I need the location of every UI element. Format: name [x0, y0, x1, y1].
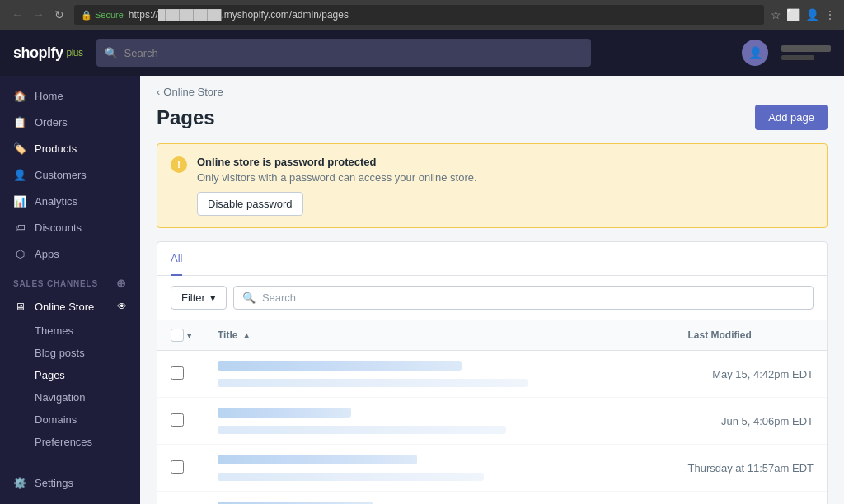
address-bar[interactable]: 🔒 Secure https://█████████.myshopify.com… [74, 5, 764, 25]
row-title-1 [218, 361, 662, 387]
title-bar-2 [218, 408, 351, 418]
table-row: Thursday at 11:57am EDT [157, 445, 827, 492]
settings-icon: ⚙️ [13, 476, 26, 489]
analytics-icon: 📊 [13, 194, 26, 208]
user-info [781, 45, 831, 60]
row-checkbox-1[interactable] [171, 366, 184, 380]
row-title-2 [218, 408, 662, 434]
top-nav: shopifyplus 🔍 👤 [0, 30, 844, 76]
sidebar-item-home-label: Home [35, 90, 63, 102]
table-row: May 15, 4:42pm EDT [157, 351, 827, 398]
sidebar-item-customers[interactable]: 👤 Customers [0, 161, 140, 188]
profile-icon[interactable]: 👤 [805, 8, 819, 21]
browser-actions: ☆ ⬜ 👤 ⋮ [771, 8, 836, 21]
sidebar-item-settings-label: Settings [35, 477, 73, 489]
extensions-icon[interactable]: ⬜ [786, 8, 800, 21]
global-search-bar[interactable]: 🔍 [96, 39, 591, 67]
table-search-icon: 🔍 [242, 292, 256, 304]
discounts-icon: 🏷 [13, 221, 26, 234]
select-all-chevron[interactable]: ▾ [187, 331, 191, 340]
products-icon: 🏷️ [13, 142, 26, 155]
menu-icon[interactable]: ⋮ [824, 8, 836, 21]
sidebar-item-analytics[interactable]: 📊 Analytics [0, 188, 140, 214]
secure-badge: 🔒 Secure [81, 10, 124, 21]
chevron-left-icon: ‹ [157, 86, 160, 98]
sales-channels-header: SALES CHANNELS ⊕ [0, 267, 140, 293]
sidebar-item-customers-label: Customers [35, 169, 87, 181]
page-title: Pages [157, 106, 215, 129]
row-checkbox-3[interactable] [171, 460, 184, 474]
table-search-input[interactable] [262, 292, 804, 304]
breadcrumb-link[interactable]: ‹ Online Store [157, 86, 223, 98]
reload-button[interactable]: ↻ [51, 7, 68, 23]
subtitle-bar-3 [218, 473, 484, 481]
sidebar-sub-blog-posts[interactable]: Blog posts [0, 342, 140, 364]
sidebar-item-home[interactable]: 🏠 Home [0, 82, 140, 109]
home-icon: 🏠 [13, 89, 26, 102]
sidebar-sub-themes[interactable]: Themes [0, 320, 140, 342]
sidebar-item-products[interactable]: 🏷️ Products [0, 135, 140, 161]
sidebar-sub-pages[interactable]: Pages [0, 364, 140, 386]
page-header: Pages Add page [140, 98, 844, 143]
pages-table: ▾ Title ▲ Last Modified [157, 320, 827, 504]
select-all-header: ▾ [157, 320, 204, 351]
chevron-down-icon: ▾ [210, 292, 216, 304]
forward-button[interactable]: → [30, 7, 48, 23]
alert-content: Online store is password protected Only … [197, 156, 477, 216]
sidebar: 🏠 Home 📋 Orders 🏷️ Products 👤 Customers … [0, 76, 140, 504]
url-text: https://█████████.myshopify.com/admin/pa… [129, 9, 349, 21]
sidebar-sub-preferences[interactable]: Preferences [0, 431, 140, 453]
alert-title: Online store is password protected [197, 156, 477, 168]
add-channel-icon[interactable]: ⊕ [116, 277, 127, 290]
main-content: ‹ Online Store Pages Add page ! Online s… [140, 76, 844, 504]
last-modified-4: Friday at 10:48am EDT [675, 492, 827, 505]
browser-bar: ← → ↻ 🔒 Secure https://█████████.myshopi… [0, 0, 844, 30]
alert-text: Only visitors with a password can access… [197, 171, 477, 184]
tabs-row: All [157, 242, 827, 276]
title-bar-3 [218, 455, 417, 464]
row-checkbox-2[interactable] [171, 413, 184, 427]
add-page-button[interactable]: Add page [755, 105, 828, 130]
title-column-header[interactable]: Title ▲ [204, 320, 675, 351]
shopify-logo: shopifyplus [13, 44, 83, 62]
table-search-field[interactable]: 🔍 [233, 286, 814, 310]
subtitle-bar-2 [218, 426, 506, 434]
last-modified-column-header: Last Modified [675, 320, 827, 351]
last-modified-2: Jun 5, 4:06pm EDT [675, 398, 827, 445]
sidebar-sub-domains[interactable]: Domains [0, 408, 140, 431]
sidebar-item-analytics-label: Analytics [35, 195, 77, 208]
visibility-icon[interactable]: 👁 [117, 301, 127, 312]
sidebar-item-online-store-label: Online Store [35, 301, 94, 313]
bookmark-icon[interactable]: ☆ [771, 8, 781, 21]
back-button[interactable]: ← [8, 7, 26, 23]
apps-icon: ⬡ [13, 247, 26, 260]
sidebar-item-apps[interactable]: ⬡ Apps [0, 240, 140, 267]
search-icon: 🔍 [105, 47, 118, 59]
last-modified-3: Thursday at 11:57am EDT [675, 445, 827, 492]
select-all-checkbox[interactable] [171, 329, 184, 342]
sidebar-item-orders[interactable]: 📋 Orders [0, 109, 140, 135]
orders-icon: 📋 [13, 115, 26, 128]
filter-row: Filter ▾ 🔍 [157, 276, 827, 320]
subtitle-bar-1 [218, 379, 528, 387]
tab-all[interactable]: All [171, 242, 182, 276]
customers-icon: 👤 [13, 168, 26, 181]
row-title-3 [218, 455, 662, 481]
sidebar-item-orders-label: Orders [35, 116, 68, 128]
last-modified-1: May 15, 4:42pm EDT [675, 351, 827, 398]
global-search-input[interactable] [124, 47, 583, 59]
filter-button[interactable]: Filter ▾ [171, 286, 227, 310]
breadcrumb: ‹ Online Store [140, 76, 844, 98]
sidebar-sub-navigation[interactable]: Navigation [0, 386, 140, 408]
sidebar-item-discounts-label: Discounts [35, 222, 82, 234]
avatar[interactable]: 👤 [742, 40, 768, 66]
sidebar-item-settings[interactable]: ⚙️ Settings [0, 469, 140, 496]
table-row: Friday at 10:48am EDT [157, 492, 827, 505]
disable-password-button[interactable]: Disable password [197, 192, 303, 216]
alert-banner: ! Online store is password protected Onl… [157, 143, 828, 228]
sidebar-item-online-store[interactable]: 🖥 Online Store 👁 [0, 293, 140, 320]
alert-icon: ! [171, 156, 187, 173]
title-bar-1 [218, 361, 462, 371]
sidebar-item-discounts[interactable]: 🏷 Discounts [0, 214, 140, 240]
sort-icon: ▲ [242, 330, 251, 340]
